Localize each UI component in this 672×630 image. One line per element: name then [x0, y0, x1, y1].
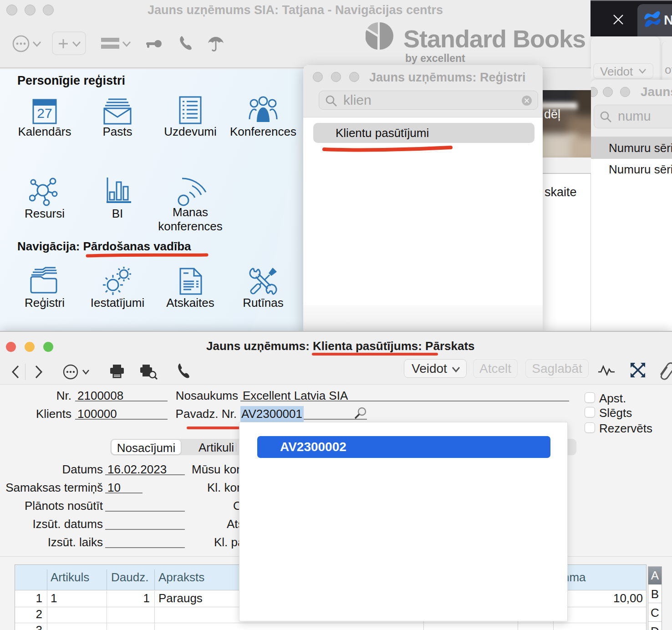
svg-text:27: 27 [37, 106, 52, 121]
